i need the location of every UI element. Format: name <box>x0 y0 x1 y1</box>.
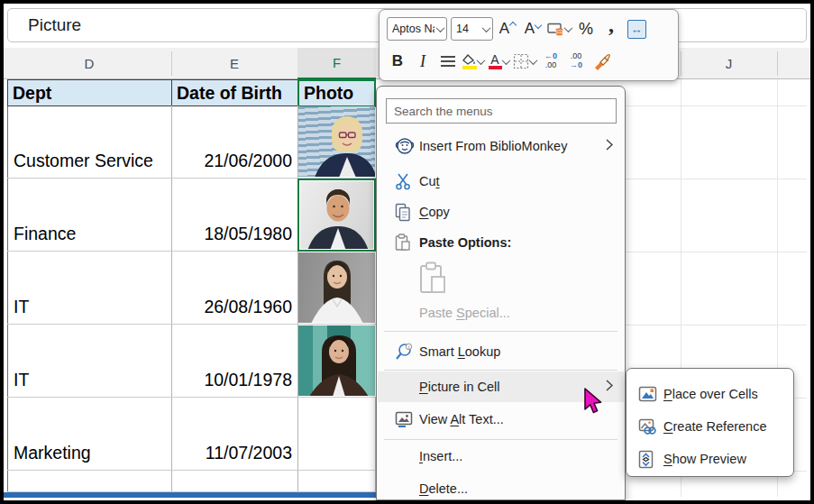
chevron-down-icon <box>529 56 538 65</box>
increase-decimal-button[interactable]: .00→0 <box>565 49 587 74</box>
cell-dept-1[interactable]: Customer Service <box>7 105 172 179</box>
decrease-font-size-button[interactable]: A <box>522 16 544 41</box>
autofit-icon: ↔ <box>627 20 646 39</box>
photo-woman-white-shirt[interactable] <box>298 252 375 323</box>
column-header-j[interactable]: J <box>681 48 777 79</box>
mouse-cursor <box>582 388 604 418</box>
chevron-down-icon <box>482 23 491 32</box>
chevron-down-icon <box>436 23 445 32</box>
gridline <box>626 105 807 106</box>
column-header-f-selected[interactable]: F <box>297 48 376 79</box>
photo-woman-brown-blazer[interactable] <box>298 325 375 396</box>
paste-button[interactable] <box>418 258 458 299</box>
cell-dob-5[interactable]: 11/07/2003 <box>171 398 298 471</box>
cell-dept-3[interactable]: IT <box>7 252 172 325</box>
cell-dept-2[interactable]: Finance <box>7 179 172 252</box>
borders-icon <box>513 53 529 69</box>
autofit-column-width-button[interactable]: ↔ <box>626 16 647 41</box>
smart-lookup-icon: i <box>378 343 419 361</box>
copy-icon <box>378 203 419 222</box>
header-cell-photo[interactable]: Photo <box>297 79 376 107</box>
menu-item-smart-lookup[interactable]: i Smart Lookup <box>378 338 624 365</box>
caret-up-icon <box>509 22 517 29</box>
cell-photo-2-selected[interactable] <box>297 179 376 252</box>
context-menu: Insert From BiblioMonkey Cut <box>376 86 626 500</box>
submenu-item-place-over-cells[interactable]: Place over Cells <box>627 380 792 408</box>
column-header-d[interactable]: D <box>7 48 171 79</box>
menu-separator <box>384 331 617 332</box>
chevron-down-icon <box>564 23 573 32</box>
cell-empty[interactable] <box>7 471 172 492</box>
font-color-button[interactable]: A <box>488 49 509 74</box>
cell-dob-2[interactable]: 18/05/1980 <box>171 179 298 252</box>
header-cell-dept[interactable]: Dept <box>7 79 172 106</box>
menu-item-cut[interactable]: Cut <box>378 168 624 195</box>
column-header-e[interactable]: E <box>171 48 297 79</box>
photo-man-dark-hair[interactable] <box>300 181 373 249</box>
format-painter-icon <box>592 52 610 70</box>
submenu-item-create-reference[interactable]: Create Reference <box>627 412 792 441</box>
gridline <box>626 252 807 252</box>
cell-photo-4[interactable] <box>297 325 376 398</box>
cell-dob-1[interactable]: 21/06/2000 <box>171 105 298 179</box>
menu-search-input[interactable] <box>386 98 617 124</box>
fill-color-button[interactable] <box>462 49 484 74</box>
column-separator <box>171 51 172 76</box>
italic-button[interactable]: I <box>412 49 434 74</box>
gridline <box>626 325 807 325</box>
accounting-format-icon <box>547 22 564 36</box>
mini-toolbar: Aptos Na 14 A A % , <box>379 9 679 81</box>
paste-clipboard-icon <box>418 261 447 296</box>
cell-empty[interactable] <box>171 471 298 492</box>
cell-dept-4[interactable]: IT <box>7 325 172 398</box>
menu-item-insert[interactable]: Insert... <box>378 443 624 470</box>
format-painter-button[interactable] <box>590 49 612 74</box>
decrease-decimal-icon: ←0.00 <box>544 52 557 70</box>
increase-decimal-icon: .00→0 <box>570 52 582 70</box>
menu-item-delete[interactable]: Delete... <box>378 475 624 502</box>
name-box-value: Picture <box>28 15 81 35</box>
font-size-dropdown[interactable]: 14 <box>451 17 493 41</box>
font-color-icon: A <box>489 54 502 69</box>
cell-photo-3[interactable] <box>297 252 376 325</box>
menu-item-copy[interactable]: Copy <box>378 198 624 225</box>
cell-dept-5[interactable]: Marketing <box>7 398 172 471</box>
alt-text-icon <box>378 411 419 428</box>
cell-dob-3[interactable]: 26/08/1960 <box>171 252 298 325</box>
monkey-icon <box>378 137 419 155</box>
borders-button[interactable] <box>513 49 536 74</box>
submenu-arrow-icon <box>606 139 624 153</box>
bold-button[interactable]: B <box>387 49 408 74</box>
align-center-button[interactable] <box>437 49 459 74</box>
gridline <box>626 179 807 179</box>
accounting-number-format-button[interactable] <box>547 16 572 41</box>
sheet-bottom-bar <box>4 492 376 498</box>
cell-photo-1[interactable] <box>297 105 376 179</box>
header-cell-dob[interactable]: Date of Birth <box>171 79 298 106</box>
column-separator <box>681 51 681 76</box>
decrease-decimal-button[interactable]: ←0.00 <box>540 49 562 74</box>
photo-man-drawing <box>300 181 373 249</box>
photo-blonde-woman[interactable] <box>298 106 375 177</box>
clipboard-icon <box>378 234 419 252</box>
fill-color-icon <box>462 54 477 69</box>
comma-style-button[interactable]: , <box>600 16 622 41</box>
submenu-item-show-preview[interactable]: Show Preview <box>627 444 792 473</box>
scissors-icon <box>378 172 419 190</box>
cell-empty[interactable] <box>297 471 376 492</box>
increase-font-size-button[interactable]: A <box>497 16 518 41</box>
menu-item-paste-special[interactable]: Paste Special... <box>378 299 624 326</box>
menu-item-insert-from-bibliomonkey[interactable]: Insert From BiblioMonkey <box>378 133 624 160</box>
percent-style-button[interactable]: % <box>575 16 597 41</box>
menu-separator <box>384 370 617 371</box>
cell-dob-4[interactable]: 10/01/1978 <box>171 325 298 398</box>
cell-photo-5[interactable] <box>297 398 376 471</box>
cursor-arrow-icon <box>582 388 604 415</box>
font-name-dropdown[interactable]: Aptos Na <box>387 17 447 41</box>
submenu-arrow-icon <box>606 380 624 394</box>
align-center-icon <box>441 56 455 67</box>
menu-item-paste-options: Paste Options: <box>378 229 624 256</box>
mini-toolbar-row-1: Aptos Na 14 A A % , <box>387 14 671 44</box>
picture-in-cell-submenu: Place over Cells Create Reference <box>626 368 794 477</box>
excel-window: Picture D E F J Dept Date of Birth Photo… <box>0 0 814 504</box>
